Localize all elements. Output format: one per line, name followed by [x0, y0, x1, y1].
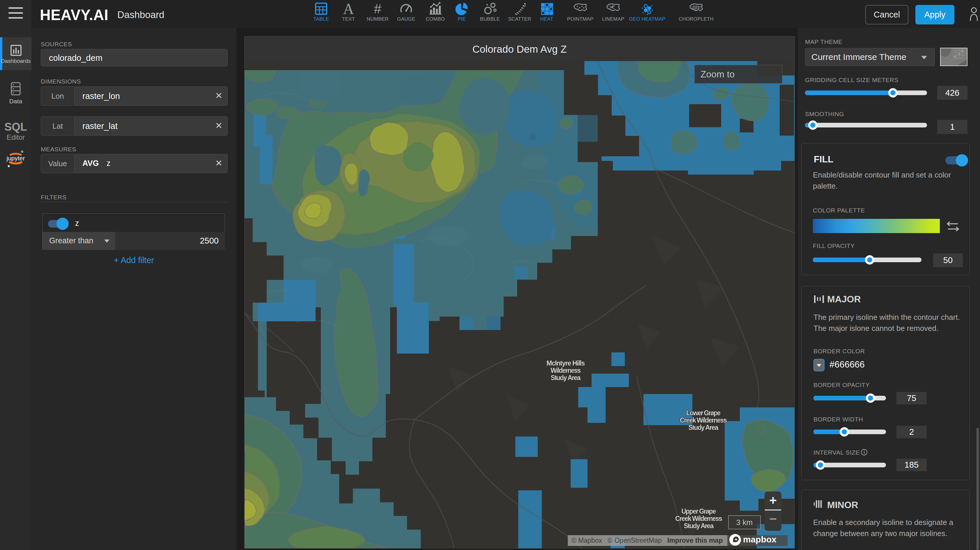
svg-text:A: A [343, 2, 354, 16]
svg-text:Creek Wilderness: Creek Wilderness [680, 416, 727, 424]
svg-text:McIntyre Hills: McIntyre Hills [546, 359, 585, 367]
svg-text:jupyter: jupyter [6, 155, 25, 162]
svg-text:Lower Grape: Lower Grape [686, 409, 721, 417]
svg-text:Study Area: Study Area [689, 424, 719, 431]
svg-text:Study Area: Study Area [684, 522, 714, 529]
svg-text:mapbox: mapbox [743, 534, 776, 544]
svg-text:#: # [374, 2, 382, 16]
svg-text:Creek Wilderness: Creek Wilderness [675, 515, 722, 522]
svg-text:Upper Grape: Upper Grape [682, 507, 716, 515]
svg-text:Wilderness: Wilderness [550, 367, 581, 374]
svg-text:Study Area: Study Area [551, 374, 581, 382]
